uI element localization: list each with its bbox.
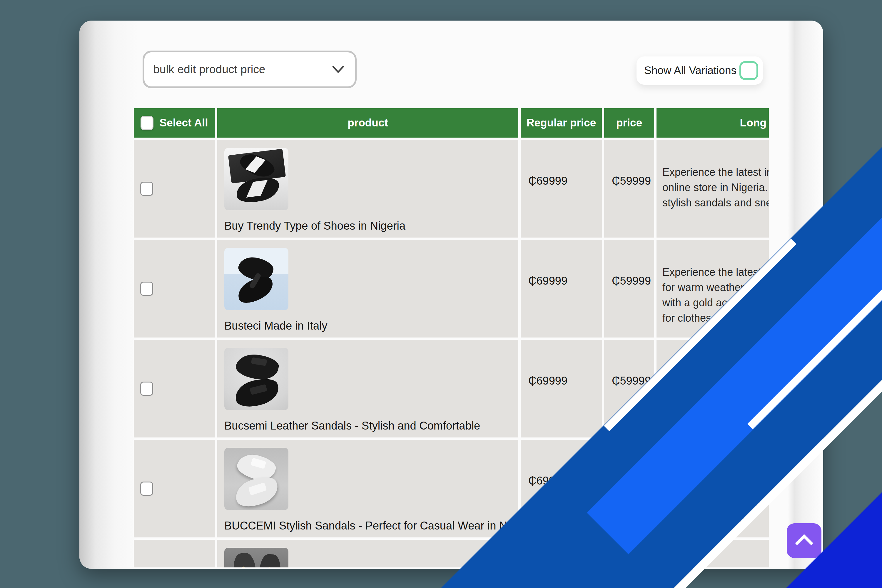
product-title[interactable]: Busteci Made in Italy — [224, 320, 513, 332]
table-row-checkbox-cell — [134, 240, 215, 338]
products-table: Select All product Regular price price L… — [134, 108, 769, 567]
bulk-action-dropdown[interactable]: bulk edit product price — [142, 51, 357, 88]
product-title[interactable]: BUCCEMI Stylish Sandals - Perfect for Ca… — [224, 519, 513, 532]
price-cell[interactable]: ₵59999 — [604, 140, 654, 237]
description-cell[interactable]: Experience the latest in for warm weathe… — [657, 240, 769, 338]
show-all-variations-control: Show All Variations — [636, 57, 763, 85]
price-cell — [604, 540, 654, 567]
card-left-edge — [80, 21, 138, 569]
regular-price-cell[interactable]: ₵69999 — [520, 340, 602, 438]
row-checkbox[interactable] — [140, 282, 153, 296]
table-row-checkbox-cell — [134, 340, 215, 438]
header-product: product — [217, 108, 518, 138]
bulk-action-selected-label: bulk edit product price — [153, 63, 266, 76]
chevron-down-icon — [332, 65, 345, 74]
select-all-checkbox[interactable] — [141, 116, 153, 130]
price-cell[interactable]: ₵59999 — [604, 440, 654, 537]
product-image[interactable] — [224, 148, 288, 210]
description-cell[interactable]: Experience the latest in online store in… — [657, 140, 769, 237]
row-checkbox[interactable] — [140, 182, 153, 196]
table-row-product-cell — [217, 540, 518, 567]
chevron-up-icon — [795, 534, 813, 552]
card-right-edge — [788, 21, 823, 569]
description-cell[interactable]: Designed for comfort an perfect for ever… — [657, 340, 769, 438]
header-price: price — [604, 108, 654, 138]
description-cell — [657, 540, 769, 567]
screenshot-root: { "page": { "background_color": "#4b6770… — [0, 0, 882, 588]
product-title[interactable]: Buy Trendy Type of Shoes in Nigeria — [224, 220, 513, 232]
product-image[interactable] — [224, 548, 288, 567]
show-all-variations-toggle[interactable] — [740, 61, 758, 80]
row-checkbox[interactable] — [140, 482, 153, 496]
header-long-description: Long — [657, 108, 769, 138]
select-all-label: Select All — [159, 117, 208, 129]
product-image[interactable] — [224, 348, 288, 410]
price-cell[interactable]: ₵59999 — [604, 340, 654, 438]
product-image[interactable] — [224, 248, 288, 310]
product-title[interactable]: Bucsemi Leather Sandals - Stylish and Co… — [224, 420, 513, 432]
scroll-top-button[interactable] — [787, 524, 821, 558]
row-checkbox[interactable] — [140, 382, 153, 396]
table-row-product-cell: BUCCEMI Stylish Sandals - Perfect for Ca… — [217, 440, 518, 537]
description-cell[interactable]: These comfortable sand wear. The sleek, … — [657, 440, 769, 537]
table-row-checkbox-cell — [134, 140, 215, 237]
regular-price-cell[interactable]: ₵69999 — [520, 240, 602, 338]
table-row-checkbox-cell — [134, 540, 215, 567]
table-row-product-cell: Bucsemi Leather Sandals - Stylish and Co… — [217, 340, 518, 438]
price-cell[interactable]: ₵59999 — [604, 240, 654, 338]
regular-price-cell — [520, 540, 602, 567]
table-row-checkbox-cell — [134, 440, 215, 537]
regular-price-cell[interactable]: ₵69999 — [520, 440, 602, 537]
table-row-product-cell: Busteci Made in Italy — [217, 240, 518, 338]
product-image[interactable] — [224, 448, 288, 510]
regular-price-cell[interactable]: ₵69999 — [520, 140, 602, 237]
header-regular-price: Regular price — [520, 108, 602, 138]
show-all-variations-label: Show All Variations — [644, 64, 736, 77]
header-select-all: Select All — [134, 108, 215, 138]
table-row-product-cell: Buy Trendy Type of Shoes in Nigeria — [217, 140, 518, 237]
